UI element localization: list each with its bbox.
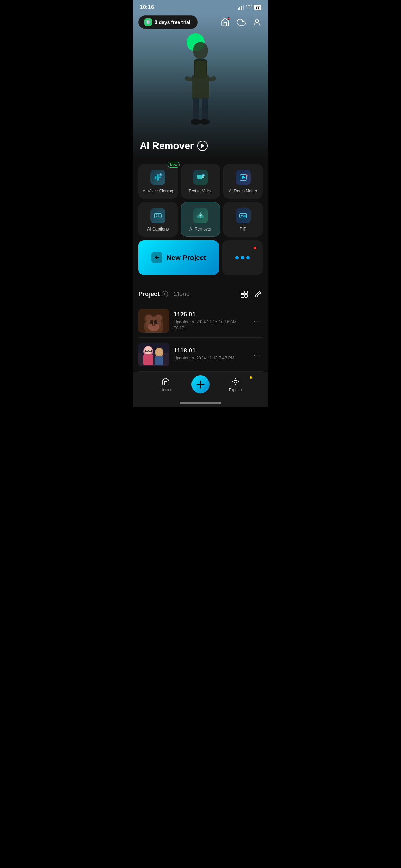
project-thumb-1 [138, 309, 169, 333]
projects-section: Project i Cloud [133, 284, 268, 372]
tool-ai-remover[interactable]: AI Remover [181, 202, 220, 237]
tool-text-to-video[interactable]: Text to Video [181, 164, 220, 199]
profile-icon[interactable] [251, 17, 263, 28]
text-video-label: Text to Video [188, 189, 212, 193]
project-thumb-2 [138, 343, 169, 366]
edit-icon[interactable] [254, 290, 263, 299]
tool-ai-captions[interactable]: CC AI Captions [138, 202, 178, 237]
captions-icon: CC [150, 208, 165, 223]
project-more-2[interactable]: ··· [251, 351, 263, 359]
project-item-2[interactable]: 1118-01 Updated on 2024-11-18 7:43 PM ··… [138, 338, 263, 372]
svg-rect-29 [245, 294, 247, 297]
tools-section: New AI Voice Cloning [133, 158, 268, 284]
wifi-icon [246, 5, 252, 10]
svg-rect-7 [193, 98, 199, 122]
svg-marker-19 [242, 176, 245, 179]
project-list: 1125-01 Updated on 2024-11-25 10:16 AM 0… [138, 304, 263, 372]
create-button[interactable] [191, 375, 210, 393]
education-icon[interactable] [220, 17, 231, 28]
pip-label: PIP [240, 227, 246, 232]
svg-point-38 [150, 320, 153, 324]
pip-icon [236, 208, 251, 223]
svg-point-56 [234, 380, 237, 383]
top-icons [220, 17, 263, 28]
new-badge: New [168, 162, 180, 168]
tab-project[interactable]: Project i [138, 291, 168, 298]
nav-home[interactable]: Home [140, 377, 191, 392]
signal-icon [238, 5, 244, 10]
free-trial-badge[interactable]: 🛡️ 3 days free trial! [138, 15, 198, 29]
home-indicator [133, 400, 268, 407]
remover-label: AI Remover [189, 227, 211, 232]
svg-rect-6 [208, 76, 216, 82]
battery-level: 77 [256, 5, 260, 9]
cloud-icon[interactable] [236, 17, 247, 28]
svg-rect-42 [138, 353, 169, 366]
svg-point-50 [156, 348, 163, 356]
hero-figure [173, 40, 228, 137]
svg-rect-28 [241, 294, 244, 297]
play-button[interactable] [197, 141, 208, 151]
more-tools-card[interactable] [222, 240, 263, 275]
svg-rect-4 [192, 75, 209, 99]
projects-header: Project i Cloud [138, 290, 263, 299]
tool-ai-reels[interactable]: AI Reels Maker [223, 164, 263, 199]
notification-dot [228, 17, 230, 20]
svg-point-40 [152, 324, 156, 326]
projects-tabs: Project i Cloud [138, 291, 190, 298]
tab-project-label: Project [138, 291, 160, 298]
svg-marker-11 [201, 144, 204, 148]
status-time: 10:16 [140, 4, 154, 10]
header-actions [240, 290, 263, 299]
svg-point-39 [154, 320, 157, 324]
explore-notification-dot [250, 376, 252, 379]
home-label: Home [161, 387, 171, 392]
trial-text: 3 days free trial! [155, 19, 192, 25]
project-more-1[interactable]: ··· [251, 317, 263, 325]
remover-icon [193, 208, 208, 223]
hero-title[interactable]: AI Remover [140, 140, 208, 151]
project-date-1: Updated on 2024-11-25 10:16 AM [174, 319, 247, 324]
svg-rect-45 [143, 354, 153, 365]
project-date-2: Updated on 2024-11-18 7:43 PM [174, 356, 247, 360]
svg-rect-16 [197, 175, 203, 179]
project-info-2: 1118-01 Updated on 2024-11-18 7:43 PM [174, 347, 247, 362]
bottom-nav: Home Explore [133, 372, 268, 400]
svg-point-0 [256, 19, 259, 22]
svg-text:CC: CC [156, 214, 160, 217]
tab-cloud-label: Cloud [173, 291, 190, 298]
text-video-icon [193, 170, 208, 185]
svg-rect-5 [185, 76, 193, 82]
svg-rect-51 [155, 356, 163, 365]
battery-indicator: 77 [254, 5, 261, 10]
project-name-1: 1125-01 [174, 311, 247, 318]
svg-rect-12 [155, 176, 156, 179]
more-notification-dot [254, 247, 256, 249]
explore-icon [231, 377, 240, 386]
hero-title-text: AI Remover [140, 140, 194, 151]
home-bar [180, 402, 221, 404]
new-project-label: New Project [167, 254, 206, 262]
svg-rect-24 [243, 215, 246, 217]
project-item[interactable]: 1125-01 Updated on 2024-11-25 10:16 AM 0… [138, 304, 263, 338]
project-duration-1: 00:19 [174, 326, 247, 331]
dot-3 [246, 256, 250, 259]
bottom-tools-row: + New Project [138, 240, 263, 275]
hero-section: 🛡️ 3 days free trial! [133, 12, 268, 158]
project-info-icon[interactable]: i [162, 291, 168, 297]
grid-view-icon[interactable] [240, 290, 249, 299]
svg-point-9 [191, 119, 200, 125]
svg-rect-27 [245, 291, 247, 294]
badge-icon: 🛡️ [144, 18, 152, 26]
reels-icon [236, 170, 251, 185]
tab-cloud[interactable]: Cloud [173, 291, 190, 298]
nav-explore[interactable]: Explore [210, 377, 261, 392]
svg-point-10 [200, 119, 210, 125]
voice-cloning-icon [150, 170, 165, 185]
more-dots [235, 256, 250, 259]
new-project-button[interactable]: + New Project [138, 240, 219, 275]
svg-rect-26 [241, 291, 244, 294]
reels-label: AI Reels Maker [229, 189, 257, 193]
tool-pip[interactable]: PIP [223, 202, 263, 237]
tool-voice-cloning[interactable]: New AI Voice Cloning [138, 164, 178, 199]
